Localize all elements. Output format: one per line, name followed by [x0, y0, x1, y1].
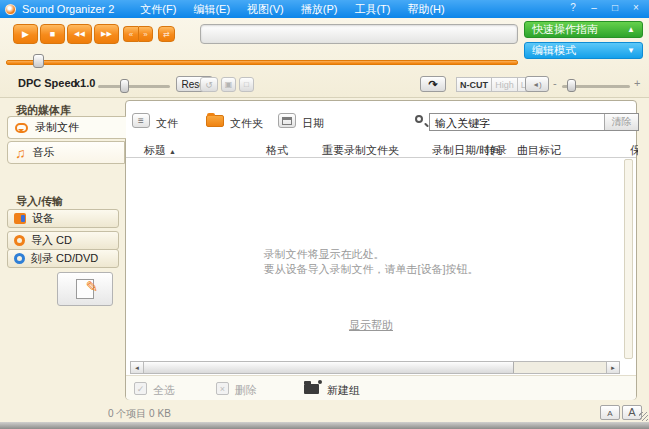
menu-tools[interactable]: 工具(T) [354, 2, 390, 17]
menu-edit[interactable]: 编辑(E) [193, 2, 230, 17]
next-button[interactable]: ▶▶ [94, 24, 119, 44]
volume-minus-label: - [553, 77, 557, 89]
previous-button[interactable]: ◀◀ [67, 24, 92, 44]
window-controls: ? – □ × [567, 2, 642, 13]
maximize-icon[interactable]: □ [609, 2, 621, 13]
search-icon [415, 115, 423, 123]
ncut-high-button[interactable]: High [491, 77, 518, 92]
column-header-title[interactable]: 标题▲ [144, 143, 176, 158]
menu-view[interactable]: 视图(V) [247, 2, 284, 17]
dpc-slider-track[interactable] [98, 85, 170, 88]
quick-guide-label: 快速操作指南 [532, 22, 598, 37]
speaker-icon[interactable]: ◄) [525, 76, 549, 92]
quick-guide-button[interactable]: 快速操作指南 ▲ [524, 21, 643, 38]
date-view-icon[interactable] [278, 113, 296, 128]
horizontal-scroll-thumb[interactable] [144, 362, 514, 373]
folder-view-icon[interactable] [206, 115, 224, 127]
list-view-icon[interactable]: ≡ [132, 113, 150, 128]
new-group-label[interactable]: 新建组 [327, 383, 360, 398]
column-header-transcribe[interactable]: 转录 [485, 143, 507, 158]
delete-label[interactable]: 删除 [235, 383, 257, 398]
skip-forward-button[interactable]: » [138, 26, 153, 42]
edit-mode-label: 编辑模式 [532, 43, 576, 58]
empty-message-line2: 要从设备导入录制文件，请单击[设备]按钮。 [263, 262, 478, 277]
column-header-row: 标题▲ 格式 重要 录制文件夹 录制日期/时间 转录 曲目标记 保 [126, 141, 636, 158]
import-header: 导入/传输 [16, 194, 63, 209]
ncut-label: N-CUT [456, 77, 492, 92]
font-size-small-button[interactable]: A [600, 405, 620, 420]
burn-cd-label: 刻录 CD/DVD [31, 251, 98, 266]
music-label: 音乐 [33, 145, 55, 160]
tab-folders[interactable]: 文件夹 [230, 116, 263, 131]
content-area: 我的媒体库 录制文件 ♫ 音乐 导入/传输 设备 导入 CD 刻录 CD/DVD… [0, 98, 649, 402]
column-header-important[interactable]: 重要 [322, 143, 344, 158]
sidebar-item-recorded-files[interactable]: 录制文件 [7, 116, 126, 139]
minimize-icon[interactable]: – [588, 2, 600, 13]
toolbar-area: ▶ ■ ◀◀ ▶▶ « » ⇄ 快速操作指南 ▲ 编辑模式 ▼ DPC Spee… [0, 18, 649, 98]
menu-file[interactable]: 文件(F) [140, 2, 176, 17]
file-list-panel: ≡ 文件 文件夹 日期 输入关键字 清除 标题▲ 格式 重要 录制文件夹 录制日… [125, 100, 637, 400]
close-icon[interactable]: × [630, 2, 642, 13]
tab-dates[interactable]: 日期 [302, 116, 324, 131]
vertical-scrollbar[interactable] [624, 159, 633, 359]
app-icon [5, 4, 16, 15]
sidebar-item-import-cd[interactable]: 导入 CD [7, 231, 119, 250]
tab-files[interactable]: 文件 [156, 116, 178, 131]
dpc-speed-label: DPC Speed [18, 77, 77, 89]
dpc-slider-handle[interactable] [120, 79, 129, 93]
seek-slider-track[interactable] [6, 60, 518, 65]
volume-slider-handle[interactable] [567, 79, 576, 92]
empty-state: 录制文件将显示在此处。 要从设备导入录制文件，请单击[设备]按钮。 [126, 247, 616, 277]
statusbar: 0 个项目 0 KB A A [0, 402, 649, 422]
voice-bubble-icon [15, 123, 28, 133]
skip-back-button[interactable]: « [123, 26, 138, 42]
new-group-icon[interactable] [304, 384, 319, 394]
repeat-button[interactable]: ↺ [200, 77, 218, 92]
pencil-icon: ✎ [85, 278, 98, 296]
column-title-label: 标题 [144, 144, 166, 156]
scroll-right-icon[interactable]: ► [606, 362, 619, 373]
search-clear-button[interactable]: 清除 [604, 114, 638, 130]
menu-play[interactable]: 播放(P) [301, 2, 338, 17]
horizontal-scroll-track[interactable] [144, 362, 606, 373]
playback-display [200, 24, 518, 44]
titlebar: Sound Organizer 2 文件(F) 编辑(E) 视图(V) 播放(P… [0, 0, 649, 18]
column-header-track-marks[interactable]: 曲目标记 [517, 143, 561, 158]
resize-grip[interactable] [639, 412, 648, 421]
window-bottom-edge [0, 422, 649, 429]
play-button[interactable]: ▶ [13, 24, 38, 44]
show-help-link[interactable]: 显示帮助 [349, 319, 393, 331]
import-cd-label: 导入 CD [31, 233, 72, 248]
device-icon [14, 213, 26, 224]
column-header-clipped[interactable]: 保 [630, 143, 638, 158]
search-input[interactable]: 输入关键字 清除 [429, 113, 639, 131]
sidebar-item-burn-cd-dvd[interactable]: 刻录 CD/DVD [7, 249, 119, 268]
sidebar-item-music[interactable]: ♫ 音乐 [7, 141, 125, 164]
horizontal-scrollbar[interactable]: ◄ ► [130, 361, 620, 374]
column-header-format[interactable]: 格式 [266, 143, 288, 158]
menubar: 文件(F) 编辑(E) 视图(V) 播放(P) 工具(T) 帮助(H) [140, 2, 444, 17]
chevron-up-icon: ▲ [627, 25, 635, 34]
volume-plus-label: + [634, 77, 640, 89]
notepad-icon: ✎ [76, 279, 94, 299]
sidebar-item-device[interactable]: 设备 [7, 209, 119, 228]
seek-slider-handle[interactable] [33, 54, 44, 68]
select-all-label[interactable]: 全选 [153, 383, 175, 398]
marker-b-button[interactable]: □ [239, 77, 254, 92]
column-header-rec-folder[interactable]: 录制文件夹 [344, 143, 399, 158]
help-link-wrap: 显示帮助 [126, 315, 616, 333]
edit-mode-button[interactable]: 编辑模式 ▼ [524, 42, 643, 59]
delete-icon[interactable]: × [216, 382, 229, 395]
edit-note-button[interactable]: ✎ [57, 272, 113, 306]
help-icon[interactable]: ? [567, 2, 579, 13]
stop-button[interactable]: ■ [40, 24, 65, 44]
marker-a-button[interactable]: ▣ [221, 77, 236, 92]
cd-import-icon [14, 235, 25, 246]
cd-burn-icon [14, 253, 25, 264]
select-all-checkbox[interactable]: ✓ [134, 382, 147, 395]
voice-adjust-button[interactable]: ↷ [420, 76, 446, 92]
scroll-left-icon[interactable]: ◄ [131, 362, 144, 373]
sort-ascending-icon: ▲ [169, 148, 176, 155]
ab-repeat-button[interactable]: ⇄ [158, 26, 175, 42]
menu-help[interactable]: 帮助(H) [407, 2, 444, 17]
